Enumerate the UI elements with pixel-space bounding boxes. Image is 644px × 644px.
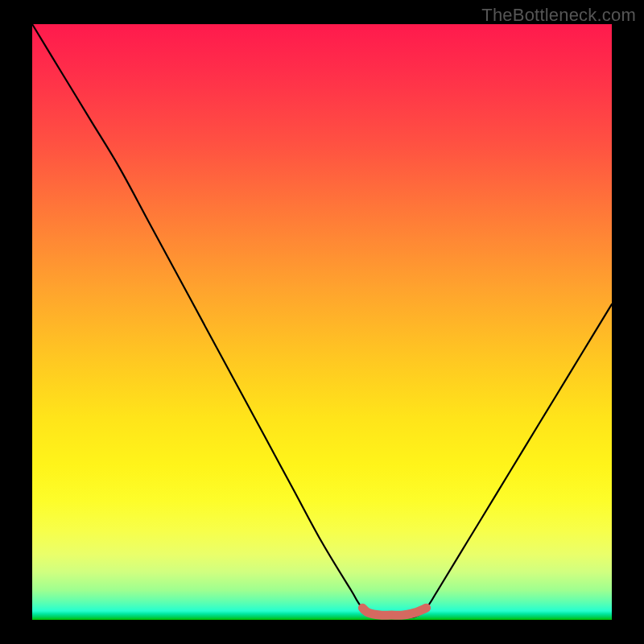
watermark-text: TheBottleneck.com xyxy=(481,5,636,26)
curve-line xyxy=(32,24,612,617)
chart-svg xyxy=(32,24,612,620)
highlight-line xyxy=(362,608,426,615)
plot-area xyxy=(32,24,612,620)
